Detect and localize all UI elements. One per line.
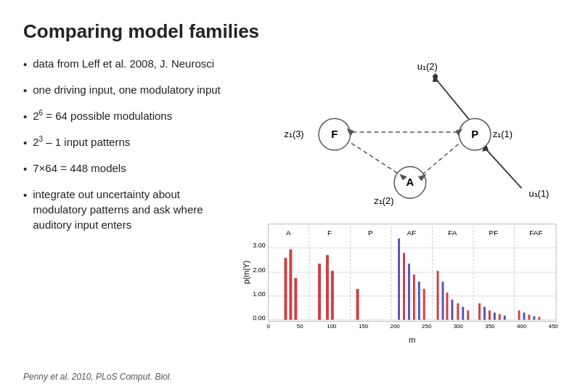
- bar-af-2: [403, 253, 405, 319]
- bar-faf-3: [528, 315, 530, 320]
- xtick-100: 100: [327, 323, 337, 330]
- bar-pf-3: [489, 311, 491, 320]
- bullet-text: 26 = 64 possible modulations: [33, 108, 234, 123]
- col-label-a: A: [286, 229, 291, 237]
- bullet-text: one driving input, one modulatory input: [33, 82, 234, 97]
- bullet-dot: •: [23, 83, 27, 98]
- list-item: • 26 = 64 possible modulations: [23, 108, 234, 124]
- node-p-label: P: [471, 128, 478, 140]
- xtick-200: 200: [390, 323, 400, 330]
- xtick-250: 250: [422, 323, 432, 330]
- bar-faf-4: [533, 317, 535, 320]
- right-panel: u₁(2) u₁(1) z₁(3) z₁(1) z₁(2): [241, 56, 565, 369]
- label-z1-1: z₁(1): [493, 128, 513, 139]
- bar-faf-5: [538, 317, 540, 320]
- xtick-150: 150: [359, 323, 369, 330]
- col-label-faf: FAF: [529, 229, 542, 237]
- bar-f-1: [318, 264, 321, 319]
- bar-chart: p(m|Y) 0.00 1.00 2.00 3.00: [241, 220, 565, 347]
- bar-fa-4: [451, 300, 453, 320]
- list-item: • 7×64 = 448 models: [23, 160, 234, 176]
- bar-faf-2: [523, 313, 526, 320]
- network-svg: u₁(2) u₁(1) z₁(3) z₁(1) z₁(2): [241, 56, 565, 216]
- y-axis-label: p(m|Y): [242, 261, 250, 284]
- label-z1-2: z₁(2): [374, 195, 393, 206]
- bar-fa-5: [457, 303, 459, 320]
- chart-svg: p(m|Y) 0.00 1.00 2.00 3.00: [241, 220, 565, 347]
- bullet-text: 23 – 1 input patterns: [33, 134, 234, 150]
- bar-af-4: [413, 274, 415, 319]
- col-label-af: AF: [407, 229, 417, 237]
- bar-a-1: [284, 258, 287, 319]
- bar-fa-7: [467, 311, 469, 320]
- bar-af-1: [398, 239, 400, 320]
- bar-f-3: [331, 271, 334, 319]
- bar-fa-3: [446, 293, 448, 320]
- xtick-0: 0: [266, 323, 270, 330]
- bullet-dot: •: [23, 187, 27, 203]
- dot-u12: [433, 74, 438, 79]
- col-label-f: F: [327, 229, 332, 237]
- bar-a-3: [294, 278, 297, 319]
- bar-pf-6: [504, 316, 506, 320]
- label-u1-2: u₁(2): [417, 61, 438, 72]
- col-label-fa: FA: [448, 229, 457, 237]
- label-z1-3: z₁(3): [284, 128, 303, 139]
- bar-af-3: [408, 264, 410, 319]
- bullet-text: 7×64 = 448 models: [33, 160, 234, 176]
- bar-faf-1: [518, 311, 520, 320]
- ytick-1: 1.00: [253, 290, 265, 298]
- xtick-50: 50: [297, 323, 303, 330]
- bar-fa-2: [442, 282, 444, 320]
- citation: Penny et al. 2010, PLoS Comput. Biol.: [23, 372, 172, 382]
- ytick-0: 0.00: [253, 314, 265, 322]
- label-u1-1: u₁(1): [528, 188, 549, 199]
- bar-af-5: [418, 282, 420, 320]
- col-label-pf: PF: [489, 229, 499, 237]
- bar-pf-1: [478, 303, 481, 320]
- bar-pf-2: [483, 307, 486, 320]
- bullet-dot: •: [23, 161, 27, 176]
- bar-a-2: [289, 249, 292, 319]
- bar-p-1: [356, 289, 359, 320]
- bar-pf-4: [494, 313, 496, 320]
- content-area: • data from Leff et al. 2008, J. Neurosc…: [23, 56, 565, 369]
- bullet-dot: •: [23, 57, 27, 72]
- graph-diagram: u₁(2) u₁(1) z₁(3) z₁(1) z₁(2): [241, 56, 565, 216]
- node-f-label: F: [331, 128, 338, 140]
- chart-bg: [269, 224, 556, 322]
- bar-pf-5: [499, 314, 501, 320]
- bullet-dot: •: [23, 109, 27, 124]
- xtick-350: 350: [485, 323, 495, 330]
- bar-fa-6: [462, 307, 464, 320]
- bullet-dot: •: [23, 135, 27, 150]
- slide-title: Comparing model families: [23, 20, 565, 43]
- list-item: • one driving input, one modulatory inpu…: [23, 82, 234, 98]
- bar-fa-1: [437, 271, 439, 319]
- edge-u11-p: [486, 149, 522, 189]
- edge-pa: [417, 139, 464, 179]
- x-axis-label: m: [409, 335, 415, 344]
- left-panel: • data from Leff et al. 2008, J. Neurosc…: [23, 56, 234, 369]
- col-label-p: P: [368, 229, 373, 237]
- bullet-text: integrate out uncertainty about modulato…: [33, 187, 234, 232]
- bar-f-2: [326, 255, 329, 319]
- ytick-2: 2.00: [253, 266, 265, 274]
- list-item: • data from Leff et al. 2008, J. Neurosc…: [23, 56, 234, 72]
- ytick-3: 3.00: [253, 242, 265, 249]
- bar-af-6: [423, 289, 425, 320]
- node-a-label: A: [407, 176, 415, 188]
- list-item: • integrate out uncertainty about modula…: [23, 187, 234, 232]
- xtick-400: 400: [517, 323, 527, 330]
- bullet-text: data from Leff et al. 2008, J. Neurosci: [33, 56, 234, 71]
- xtick-450: 450: [549, 323, 559, 330]
- slide: Comparing model families • data from Lef…: [0, 0, 588, 392]
- list-item: • 23 – 1 input patterns: [23, 134, 234, 150]
- bullet-list: • data from Leff et al. 2008, J. Neurosc…: [23, 56, 234, 242]
- xtick-300: 300: [454, 323, 464, 330]
